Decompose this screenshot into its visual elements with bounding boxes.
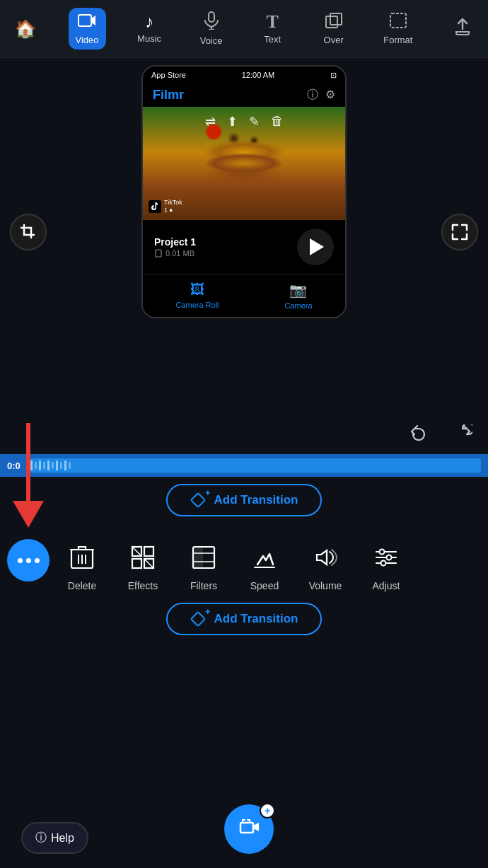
bottom-fixed-bar: ⓘ Help + <box>0 804 488 854</box>
nav-upload[interactable] <box>444 12 481 45</box>
help-icon: ⓘ <box>35 831 47 845</box>
camera-label: Camera <box>284 301 312 310</box>
play-section: Project 1 0.01 MB <box>143 220 345 274</box>
speed-tool[interactable]: Speed <box>236 539 293 591</box>
volume-tool[interactable]: Volume <box>297 539 354 591</box>
svg-point-27 <box>381 561 386 566</box>
svg-point-25 <box>380 550 385 555</box>
delete-icon[interactable]: 🗑 <box>271 114 284 129</box>
more-dots-icon <box>18 558 40 563</box>
effects-label: Effects <box>128 580 158 591</box>
music-label: Music <box>137 33 161 44</box>
record-button[interactable]: + <box>224 804 274 854</box>
help-button[interactable]: ⓘ Help <box>21 822 88 854</box>
timeline-track[interactable] <box>28 458 481 473</box>
camera-roll-tab[interactable]: 🖼 Camera Roll <box>175 282 219 310</box>
more-options-button[interactable] <box>7 539 50 581</box>
voice-icon <box>204 11 219 33</box>
tiktok-badge: TikTok1 ♦ <box>149 199 182 214</box>
crop-button[interactable] <box>10 214 47 250</box>
red-arrow-indicator <box>13 423 44 528</box>
filters-tool[interactable]: Filters <box>175 539 232 591</box>
timeline-stripe-9 <box>64 461 66 470</box>
nav-video[interactable]: Video <box>69 8 106 50</box>
undo-redo-controls <box>403 419 478 450</box>
nav-text[interactable]: T Text <box>254 8 291 49</box>
add-transition-bottom-container: + Add Transition <box>0 603 488 647</box>
tools-row: Delete Effects <box>0 539 488 603</box>
adjust-tool[interactable]: Adjust <box>358 539 414 591</box>
timeline-bar[interactable]: 0:0 <box>0 454 488 477</box>
play-button[interactable] <box>297 228 334 265</box>
video-thumbnail: ⇌ ⬆ ✎ 🗑 TikTok1 ♦ <box>143 107 345 220</box>
header-icons: ⓘ ⚙ <box>307 88 335 103</box>
help-label: Help <box>51 832 74 845</box>
music-icon: ♪ <box>145 13 153 30</box>
app-header: Filmr ⓘ ⚙ <box>143 83 345 107</box>
format-icon <box>389 12 407 32</box>
video-label: Video <box>76 35 99 45</box>
tiktok-logo <box>149 200 161 213</box>
video-controls: ⇌ ⬆ ✎ 🗑 <box>205 114 284 129</box>
camera-tab[interactable]: 📷 Camera <box>284 282 312 310</box>
effects-icon <box>124 539 161 576</box>
project-size: 0.01 MB <box>154 249 196 257</box>
nav-voice[interactable]: Voice <box>193 7 230 50</box>
svg-rect-1 <box>209 12 214 22</box>
camera-roll-label: Camera Roll <box>175 301 219 309</box>
phone-preview: App Store 12:00 AM ⊡ Filmr ⓘ ⚙ ⇌ ⬆ ✎ 🗑 <box>141 65 347 318</box>
nav-format[interactable]: Format <box>376 8 419 50</box>
delete-tool[interactable]: Delete <box>54 539 110 591</box>
svg-rect-0 <box>79 15 91 26</box>
info-icon[interactable]: ⓘ <box>307 88 318 103</box>
speed-icon <box>246 539 283 576</box>
undo-button[interactable] <box>403 419 434 450</box>
effects-tool[interactable]: Effects <box>115 539 171 591</box>
add-transition-bottom-label: Add Transition <box>214 612 298 626</box>
voice-label: Voice <box>200 35 223 46</box>
bottom-section <box>0 661 488 802</box>
app-logo: Filmr <box>153 88 184 103</box>
edit-icon[interactable]: ✎ <box>249 114 260 129</box>
delete-icon <box>64 539 100 576</box>
over-label: Over <box>324 35 344 45</box>
nav-home[interactable]: 🏠 <box>7 16 44 42</box>
svg-rect-20 <box>193 547 203 568</box>
filters-icon <box>185 539 222 576</box>
delete-label: Delete <box>68 580 96 591</box>
camera-icon: 📷 <box>289 282 307 299</box>
settings-icon[interactable]: ⚙ <box>325 88 335 103</box>
text-label: Text <box>264 34 281 45</box>
tiktok-text: TikTok1 ♦ <box>164 199 182 214</box>
filter-icon[interactable]: ⇌ <box>205 114 216 129</box>
add-icon: + <box>260 803 275 818</box>
svg-point-26 <box>387 555 392 560</box>
svg-line-17 <box>132 547 141 556</box>
play-triangle <box>310 238 324 255</box>
upload-icon <box>453 16 472 41</box>
redo-button[interactable] <box>447 419 478 450</box>
add-transition-top-button[interactable]: + Add Transition <box>166 484 322 516</box>
timeline-stripe-7 <box>56 461 58 470</box>
add-transition-bottom-button[interactable]: + Add Transition <box>166 603 322 635</box>
adjust-icon <box>368 539 405 576</box>
timeline-stripe-8 <box>60 462 62 469</box>
expand-button[interactable] <box>441 214 478 250</box>
format-label: Format <box>383 35 412 45</box>
svg-rect-4 <box>326 16 337 28</box>
adjust-label: Adjust <box>373 580 400 591</box>
nav-over[interactable]: Over <box>315 8 352 50</box>
filters-label: Filters <box>190 580 217 591</box>
add-transition-top-container: + Add Transition <box>0 484 488 528</box>
arrow-head <box>13 501 44 528</box>
camera-roll-icon: 🖼 <box>190 282 204 298</box>
top-navigation: 🏠 Video ♪ Music Voice T Text <box>0 0 488 58</box>
transition-icon-bottom: + <box>190 611 206 627</box>
share-icon[interactable]: ⬆ <box>227 114 238 129</box>
bottom-toolbar: + Add Transition <box>0 477 488 661</box>
record-button-container[interactable]: + <box>224 804 274 854</box>
timeline-stripe-5 <box>47 461 50 470</box>
preview-area: App Store 12:00 AM ⊡ Filmr ⓘ ⚙ ⇌ ⬆ ✎ 🗑 <box>0 58 488 454</box>
nav-music[interactable]: ♪ Music <box>130 9 168 48</box>
project-info: Project 1 0.01 MB <box>154 236 196 257</box>
